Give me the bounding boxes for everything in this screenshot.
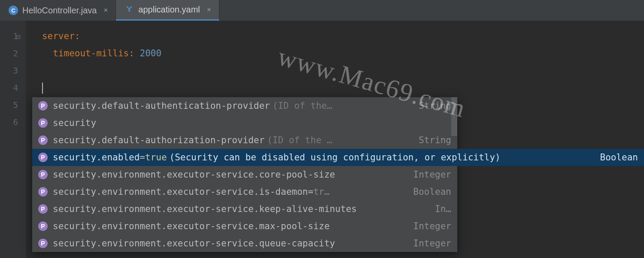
property-icon: P	[38, 187, 48, 197]
line-number: 1	[0, 28, 26, 45]
completion-type: Boolean	[587, 153, 638, 162]
close-icon[interactable]: ×	[103, 6, 108, 15]
property-icon: P	[38, 153, 48, 162]
line-number: 2	[0, 45, 26, 62]
property-icon: P	[38, 239, 48, 248]
completion-type: Boolean	[400, 187, 451, 197]
property-icon: P	[38, 204, 48, 214]
tab-filename: application.yaml	[138, 5, 200, 15]
completion-default: tr…	[313, 187, 330, 197]
completion-label: security	[53, 119, 96, 128]
completion-type: String	[406, 101, 451, 111]
yaml-value: 2000	[140, 48, 162, 58]
completion-label: security.enabled	[53, 153, 140, 162]
completion-label: security.default-authorization-provider	[53, 136, 264, 145]
completion-hint: (ID of the…	[273, 101, 332, 111]
completion-hint: (Security can be disabled using configur…	[170, 153, 501, 162]
property-icon: P	[38, 118, 48, 128]
line-number: 6	[0, 114, 26, 131]
completion-type: String	[406, 136, 451, 145]
completion-item-selected[interactable]: P security.enabled=true (Security can be…	[32, 149, 644, 166]
completion-item[interactable]: P security.environment.executor-service.…	[32, 235, 457, 252]
line-number: 3	[0, 62, 26, 79]
completion-type: Integer	[400, 239, 451, 248]
scrollbar-thumb[interactable]	[451, 97, 457, 136]
close-icon[interactable]: ×	[207, 6, 211, 14]
completion-label: security.environment.executor-service.ke…	[53, 205, 357, 214]
completion-type: Integer	[400, 222, 451, 231]
completion-item[interactable]: P security.default-authorization-provide…	[32, 132, 457, 149]
editor-tab-bar: C HelloController.java × application.yam…	[0, 0, 644, 21]
completion-default: true	[145, 153, 167, 162]
class-file-icon: C	[9, 6, 18, 15]
property-icon: P	[38, 135, 48, 145]
property-icon: P	[38, 101, 48, 111]
completion-item[interactable]: P security.environment.executor-service.…	[32, 218, 457, 235]
editor-tab-hellocontroller[interactable]: C HelloController.java ×	[0, 0, 116, 21]
completion-label: security.environment.executor-service.co…	[53, 170, 335, 179]
editor-tab-application-yaml[interactable]: application.yaml ×	[116, 0, 219, 21]
completion-item[interactable]: P security	[32, 114, 457, 132]
line-number: 4	[0, 79, 26, 96]
completion-hint: (ID of the …	[267, 136, 332, 145]
yaml-key: server	[42, 31, 75, 41]
property-icon: P	[38, 221, 48, 231]
completion-label: security.environment.executor-service.ma…	[53, 222, 330, 231]
tab-filename: HelloController.java	[22, 6, 97, 15]
yaml-key: timeout-millis	[53, 48, 129, 58]
code-completion-popup[interactable]: P security.default-authentication-provid…	[32, 97, 457, 252]
completion-item[interactable]: P security.environment.executor-service.…	[32, 200, 457, 218]
text-caret	[42, 83, 43, 94]
completion-type: Integer	[400, 170, 451, 179]
yaml-file-icon	[125, 5, 134, 15]
completion-item[interactable]: P security.default-authentication-provid…	[32, 97, 457, 114]
completion-label: security.default-authentication-provider	[53, 101, 270, 111]
completion-label: security.environment.executor-service.is…	[53, 187, 308, 197]
completion-item[interactable]: P security.environment.executor-service.…	[32, 166, 457, 183]
line-number: 5	[0, 96, 26, 114]
completion-item[interactable]: P security.environment.executor-service.…	[32, 183, 457, 200]
code-editor[interactable]: 1 2 3 4 5 6 ⊟ server: timeout-millis: 20…	[0, 21, 644, 258]
fold-toggle-icon[interactable]: ⊟	[16, 33, 21, 41]
completion-type: In…	[422, 205, 451, 214]
property-icon: P	[38, 170, 48, 179]
completion-label: security.environment.executor-service.qu…	[53, 239, 335, 248]
line-number-gutter: 1 2 3 4 5 6	[0, 21, 26, 258]
